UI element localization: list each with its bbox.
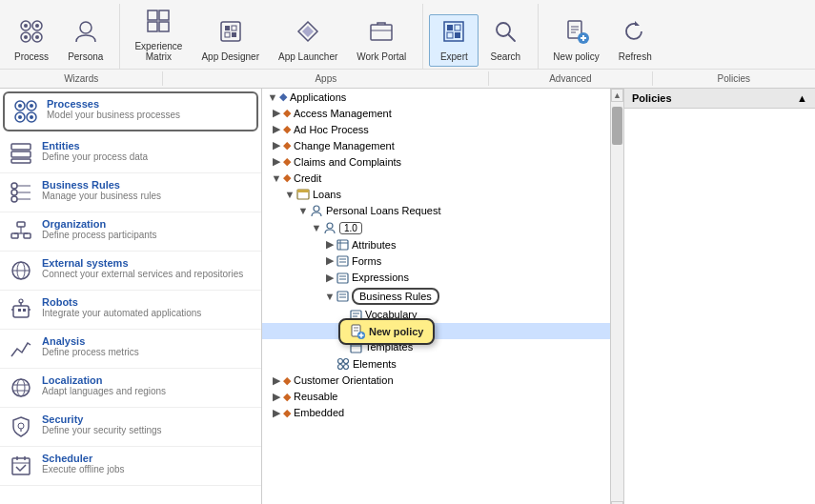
tree-node-loans[interactable]: ▼ Loans [262,186,610,202]
expander-personal-loans[interactable]: ▼ [296,205,310,216]
work-portal-button[interactable]: Work Portal [348,14,415,67]
processes-title: Processes [47,98,180,110]
svg-rect-81 [337,240,348,250]
tree-scroll[interactable]: ▼ ◆ Applications ▶ ◆ Access Management ▶… [262,89,610,504]
sidebar-item-entities[interactable]: Entities Define your process data [0,134,261,173]
access-management-label: Access Management [294,108,392,119]
expander-credit[interactable]: ▼ [270,172,283,184]
svg-point-67 [12,379,30,396]
entities-desc: Define your process data [42,151,148,162]
sidebar-item-organization[interactable]: Organization Define process participants [0,212,261,252]
expander-attributes[interactable]: ▶ [323,238,336,251]
new-policy-button[interactable]: New policy [544,14,607,67]
attributes-label: Attributes [352,239,396,251]
expander-change-management[interactable]: ▶ [270,139,283,151]
elements-label: Elements [353,358,397,370]
app-launcher-button[interactable]: App Launcher [270,14,346,67]
expander-reusable[interactable]: ▶ [270,391,283,403]
expander-loans[interactable]: ▼ [283,189,296,200]
new-policy-popup-container: New policy [338,318,435,346]
persona-button[interactable]: Persona [59,14,112,67]
tree-node-expressions[interactable]: ▶ Expressions [262,269,610,285]
tree-node-attributes[interactable]: ▶ Attributes [262,236,610,252]
expressions-label: Expressions [352,272,409,283]
credit-icon: ◆ [283,171,291,184]
robots-title: Robots [42,296,201,308]
reusable-icon: ◆ [283,391,291,403]
persona-label: Persona [68,51,103,62]
toolbar: Process Persona [0,0,815,89]
tree-node-business-rules[interactable]: ▼ Business Rules [262,286,610,307]
app-launcher-icon [295,19,320,50]
tree-node-reusable[interactable]: ▶ ◆ Reusable [262,389,610,405]
scroll-thumb[interactable] [612,107,622,145]
right-panel-expand[interactable]: ▲ [797,92,807,104]
processes-desc: Model your business processes [47,110,180,120]
sidebar-item-external-systems[interactable]: External systems Connect your external s… [0,252,261,291]
toolbar-labels-row: Wizards Apps Advanced Policies [0,69,815,88]
expander-applications[interactable]: ▼ [266,91,279,103]
tree-node-elements[interactable]: ▶ Elements [262,355,610,373]
expander-access-management[interactable]: ▶ [270,107,283,119]
expander-version-1[interactable]: ▼ [310,222,323,233]
experience-matrix-button[interactable]: ExperienceMatrix [126,4,191,67]
tree-node-claims[interactable]: ▶ ◆ Claims and Complaints [262,153,610,170]
tree-node-templates[interactable]: ▶ Templates [262,339,610,355]
apps-group-label: Apps [163,71,489,86]
tree-node-vocabulary[interactable]: ▶ Vocabulary [262,307,610,323]
applications-label: Applications [290,91,346,103]
policies-group-label: Policies [653,71,815,86]
svg-point-79 [314,206,319,212]
svg-rect-61 [18,309,21,312]
work-portal-label: Work Portal [357,51,406,62]
scroll-up-button[interactable]: ▲ [611,89,623,102]
expander-claims[interactable]: ▶ [270,155,283,168]
tree-node-personal-loans[interactable]: ▼ Personal Loans Request [262,202,610,219]
search-button[interactable]: Search [480,14,530,67]
tree-node-ad-hoc[interactable]: ▶ ◆ Ad Hoc Process [262,121,610,137]
right-panel: Policies ▲ [624,89,815,504]
toolbar-group-apps: ExperienceMatrix App Designer [126,4,423,69]
tree-node-credit[interactable]: ▼ ◆ Credit [262,170,610,186]
sidebar-item-robots[interactable]: Robots Integrate your automated applicat… [0,291,261,330]
new-policy-popup[interactable]: New policy [338,318,435,346]
svg-rect-18 [371,25,392,40]
refresh-button[interactable]: Refresh [610,14,661,67]
svg-point-46 [11,183,17,189]
sidebar-item-business-rules[interactable]: Business Rules Manage your business rule… [0,173,261,212]
personal-loans-label: Personal Loans Request [326,205,440,216]
tree-node-embedded[interactable]: ▶ ◆ Embedded [262,405,610,421]
scheduler-icon [8,453,34,479]
svg-rect-90 [337,292,348,301]
applications-icon: ◆ [279,91,287,103]
tree-scrollbar[interactable]: ▲ ▼ [610,89,623,504]
expander-ad-hoc[interactable]: ▶ [270,123,283,135]
tree-node-policies[interactable]: ▶ Policies [262,323,610,339]
scroll-track[interactable] [611,102,623,501]
entities-icon [8,140,34,167]
tree-node-access-management[interactable]: ▶ ◆ Access Management [262,105,610,121]
sidebar-item-scheduler[interactable]: Scheduler Execute offline jobs [0,447,261,486]
right-panel-title: Policies [632,92,672,104]
sidebar-item-localization[interactable]: Localization Adapt languages and regions [0,369,261,408]
tree-node-version-1[interactable]: ▼ 1.0 [262,219,610,236]
expander-forms[interactable]: ▶ [323,254,336,267]
tree-node-forms[interactable]: ▶ Forms [262,252,610,269]
expander-customer-orientation[interactable]: ▶ [270,374,283,387]
tree-node-applications[interactable]: ▼ ◆ Applications [262,89,610,105]
expander-embedded[interactable]: ▶ [270,407,283,419]
work-portal-icon [369,19,394,50]
expert-button[interactable]: Expert [429,14,479,67]
sidebar-item-analysis[interactable]: Analysis Define process metrics [0,330,261,369]
expander-business-rules[interactable]: ▼ [323,291,336,302]
sidebar-item-processes[interactable]: Processes Model your business processes [3,91,258,131]
customer-orientation-label: Customer Orientation [294,374,394,386]
app-designer-button[interactable]: App Designer [193,14,268,67]
expander-expressions[interactable]: ▶ [323,272,336,284]
process-button[interactable]: Process [6,14,57,67]
robots-desc: Integrate your automated applications [42,308,201,318]
tree-node-customer-orientation[interactable]: ▶ ◆ Customer Orientation [262,373,610,389]
sidebar-item-security[interactable]: Security Define your security settings [0,408,261,447]
svg-point-107 [338,358,343,363]
tree-node-change-management[interactable]: ▶ ◆ Change Management [262,137,610,153]
